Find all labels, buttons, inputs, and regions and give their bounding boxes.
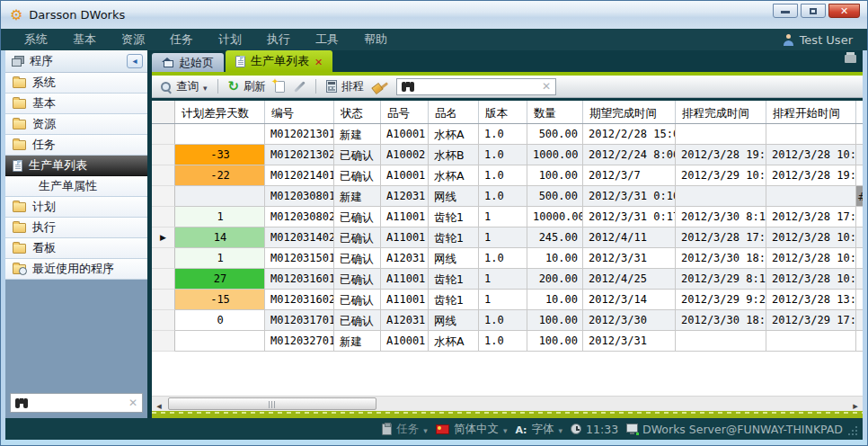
- table-row[interactable]: -33M012021302已确认A10002水杯B1.01000.002012/…: [152, 145, 863, 165]
- row-selector-cell[interactable]: [152, 227, 175, 248]
- minimize-button[interactable]: [773, 4, 798, 18]
- sidebar-item-resource[interactable]: 资源: [5, 114, 147, 135]
- pin-icon[interactable]: [845, 55, 856, 63]
- cell-sched_start: 2012/3/28 10:52: [766, 227, 856, 248]
- sidebar-item-system[interactable]: 系统: [5, 73, 147, 94]
- refresh-button[interactable]: 刷新: [226, 79, 269, 94]
- column-header-extra[interactable]: 前: [856, 101, 863, 123]
- cell-item_name: 水杯A: [429, 165, 479, 186]
- column-header-due[interactable]: 期望完成时间: [583, 101, 676, 123]
- sidebar-item-task[interactable]: 任务: [5, 135, 147, 156]
- folder-icon: [13, 223, 26, 233]
- table-row[interactable]: 0M012031701已确认A12031网线1.0100.002012/3/30…: [152, 310, 863, 331]
- scrollbar-thumb[interactable]: [168, 397, 376, 410]
- row-selector-cell[interactable]: [152, 186, 175, 207]
- table-row[interactable]: -22M012021401已确认A10001水杯A1.0100.002012/3…: [152, 165, 863, 186]
- task-status-menu[interactable]: 任务: [382, 422, 428, 437]
- tab-production-order-list[interactable]: 生产单列表: [226, 50, 332, 72]
- cell-diff: -15: [175, 290, 265, 310]
- statusbar: 任务 简体中文 字体 11:33 DWorks Server@FUNWAY-TH…: [5, 418, 863, 440]
- language-menu[interactable]: 简体中文: [436, 422, 508, 437]
- restore-button[interactable]: [801, 4, 826, 18]
- sidebar-search-input[interactable]: [32, 396, 124, 410]
- column-header-item_no[interactable]: 品号: [381, 101, 429, 123]
- menu-item-execute[interactable]: 执行: [254, 31, 303, 48]
- query-button[interactable]: 查询: [158, 79, 209, 94]
- row-selector-cell[interactable]: [152, 290, 175, 310]
- cell-diff: 1: [175, 207, 265, 227]
- close-tab-icon[interactable]: [314, 55, 323, 68]
- table-row[interactable]: M012032701新建A10001水杯A1.0100.002012/3/31: [152, 331, 863, 352]
- menu-item-task[interactable]: 任务: [157, 31, 206, 48]
- horizontal-scrollbar[interactable]: [152, 396, 863, 411]
- language-dropdown-icon[interactable]: [503, 423, 508, 436]
- scroll-left-icon[interactable]: [152, 396, 166, 413]
- cell-sched_end: 2012/3/30 8:15: [676, 207, 766, 227]
- column-header-item_name[interactable]: 品名: [429, 101, 479, 123]
- cell-code: M012031602: [265, 290, 334, 310]
- row-selector-cell[interactable]: [152, 165, 175, 186]
- cell-sched_start: 2012/3/28 17:13: [766, 207, 856, 227]
- row-selector-cell[interactable]: [152, 145, 175, 165]
- font-menu[interactable]: 字体: [515, 422, 562, 437]
- row-selector-cell[interactable]: [152, 248, 175, 269]
- schedule-button[interactable]: 排程: [324, 79, 366, 94]
- table-row[interactable]: 1M012031501已确认A12031网线1.010.002012/3/312…: [152, 248, 863, 269]
- row-selector-cell[interactable]: [152, 331, 175, 352]
- new-button[interactable]: [273, 81, 287, 93]
- row-selector-cell[interactable]: [152, 124, 175, 145]
- query-dropdown-icon[interactable]: [203, 80, 208, 94]
- magnifier-icon: [160, 81, 172, 93]
- row-selector-cell[interactable]: [152, 310, 175, 331]
- sidebar-item-plan[interactable]: 计划: [5, 197, 147, 218]
- pen-icon: [294, 81, 306, 93]
- clear-sidebar-search-icon[interactable]: [128, 397, 137, 408]
- sidebar-collapse-button[interactable]: [127, 54, 143, 68]
- sidebar-item-production-order-list[interactable]: 生产单列表: [5, 156, 147, 176]
- table-row[interactable]: M012030801新建A12031网线1.0500.002012/3/31 0…: [152, 186, 863, 207]
- column-header-status[interactable]: 状态: [334, 101, 381, 123]
- font-dropdown-icon[interactable]: [559, 423, 563, 436]
- menu-item-resource[interactable]: 资源: [109, 31, 157, 48]
- sidebar-item-basic[interactable]: 基本: [5, 94, 147, 114]
- tab-start-page[interactable]: 起始页: [152, 53, 224, 72]
- cell-sched_start: [766, 186, 856, 207]
- row-selector-cell[interactable]: [152, 207, 175, 227]
- column-header-sched_start[interactable]: 排程开始时间: [766, 101, 856, 123]
- cell-due: 2012/2/28 15:00: [583, 124, 676, 145]
- table-row[interactable]: -15M012031602已确认A11001齿轮1110.002012/3/14…: [152, 290, 863, 310]
- cell-diff: 0: [175, 310, 265, 331]
- table-row[interactable]: 14M012031402已确认A11001齿轮11245.002012/4/11…: [152, 227, 863, 248]
- column-header-code[interactable]: 编号: [265, 101, 334, 123]
- toolbar-search-input[interactable]: [419, 79, 537, 94]
- user-menu[interactable]: Test User: [783, 33, 856, 47]
- sidebar-item-production-order-props[interactable]: 生产单属性: [5, 176, 147, 197]
- column-header-qty[interactable]: 数量: [527, 101, 583, 123]
- clear-toolbar-search-icon[interactable]: [542, 81, 551, 92]
- cell-sched_end: 2012/3/28 19:10: [676, 145, 766, 165]
- row-selector-cell[interactable]: [152, 269, 175, 290]
- task-dropdown-icon[interactable]: [423, 423, 428, 436]
- cell-extra: [856, 124, 863, 145]
- menu-item-system[interactable]: 系统: [12, 31, 60, 48]
- table-row[interactable]: 27M012031601已确认A11001齿轮11200.002012/4/25…: [152, 269, 863, 290]
- menu-item-plan[interactable]: 计划: [206, 31, 254, 48]
- row-selector-header: [152, 101, 175, 123]
- menu-item-basic[interactable]: 基本: [60, 31, 109, 48]
- menu-item-tools[interactable]: 工具: [303, 31, 351, 48]
- edit-button[interactable]: [292, 85, 307, 88]
- resize-grip-icon[interactable]: [855, 433, 857, 435]
- clean-button[interactable]: [371, 80, 389, 94]
- column-header-version[interactable]: 版本: [479, 101, 527, 123]
- sidebar-item-execute[interactable]: 执行: [5, 218, 147, 238]
- table-row[interactable]: 1M012030802已确认A11001齿轮1110000.002012/3/3…: [152, 207, 863, 227]
- sidebar-item-kanban[interactable]: 看板: [5, 238, 147, 259]
- cell-version: 1.0: [479, 124, 527, 145]
- close-button[interactable]: [828, 4, 860, 18]
- menu-item-help[interactable]: 帮助: [351, 31, 400, 48]
- sidebar-item-recent-programs[interactable]: 最近使用的程序: [5, 259, 147, 280]
- table-row[interactable]: M012021301新建A10001水杯A1.0500.002012/2/28 …: [152, 124, 863, 145]
- column-header-diff[interactable]: 计划差异天数: [175, 101, 265, 123]
- column-header-sched_end[interactable]: 排程完成时间: [676, 101, 766, 123]
- scroll-right-icon[interactable]: [848, 396, 863, 413]
